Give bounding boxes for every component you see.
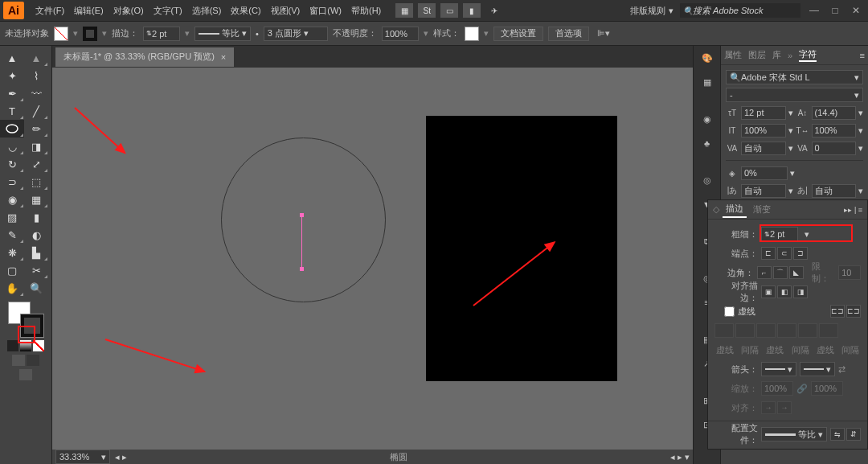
blend-tool[interactable]: ◐ xyxy=(24,226,48,244)
stroke-swatch[interactable] xyxy=(83,27,97,41)
stroke-weight-field[interactable]: ⇅2 pt xyxy=(761,227,798,241)
align-center-button[interactable]: ▣ xyxy=(761,285,776,298)
stock-icon[interactable]: St xyxy=(418,3,436,18)
leading-input[interactable]: (14.4) xyxy=(812,106,857,120)
brushes-icon[interactable]: ◉ xyxy=(698,110,716,128)
shaper-tool[interactable]: ◡ xyxy=(0,138,24,155)
align-inside-button[interactable]: ◧ xyxy=(777,285,792,298)
kerning-input[interactable]: 自动 xyxy=(741,142,786,155)
cap-round-button[interactable]: ⊂ xyxy=(777,247,792,260)
hand-tool[interactable]: ✋ xyxy=(0,279,24,297)
screen-mode-button[interactable] xyxy=(19,369,32,380)
tracking-input[interactable]: 0 xyxy=(812,142,857,155)
draw-behind-button[interactable] xyxy=(27,355,39,366)
font-size-input[interactable]: 12 pt xyxy=(741,106,786,120)
align-icon[interactable]: ⊫▾ xyxy=(597,28,610,39)
tab-character[interactable]: 字符 xyxy=(799,48,817,62)
slice-tool[interactable]: ✂ xyxy=(24,261,48,279)
perspective-tool[interactable]: ▦ xyxy=(24,191,48,208)
lasso-tool[interactable]: ⌇ xyxy=(24,67,48,84)
arrowhead-end-select[interactable]: ▾ xyxy=(800,362,835,376)
corner-round-button[interactable]: ⌒ xyxy=(773,266,788,279)
doc-setup-button[interactable]: 文档设置 xyxy=(493,27,543,41)
direct-selection-tool[interactable]: ▲ xyxy=(24,49,48,67)
menu-help[interactable]: 帮助(H) xyxy=(346,5,386,17)
swatches-icon[interactable]: ▦ xyxy=(698,73,716,91)
opacity-input[interactable]: 100% xyxy=(382,27,419,41)
gradient-tool[interactable]: ▮ xyxy=(24,208,48,226)
vscale-input[interactable]: 100% xyxy=(741,124,786,138)
menu-select[interactable]: 选择(S) xyxy=(187,5,227,17)
width-tool[interactable]: ⊃ xyxy=(0,173,24,191)
cap-square-button[interactable]: ⊐ xyxy=(793,247,808,260)
gpu-icon[interactable]: ▮ xyxy=(463,3,481,18)
prefs-button[interactable]: 首选项 xyxy=(548,27,589,41)
none-mode-button[interactable] xyxy=(33,340,44,351)
curvature-tool[interactable]: 〰 xyxy=(24,84,48,102)
scale-tool[interactable]: ⤢ xyxy=(24,155,48,173)
cap-butt-button[interactable]: ⊏ xyxy=(761,247,776,260)
stroke-icon[interactable]: ◎ xyxy=(698,171,716,189)
symbols-icon[interactable]: ♣ xyxy=(698,134,716,152)
fill-swatch[interactable] xyxy=(54,27,68,41)
close-tab-icon[interactable]: × xyxy=(221,52,226,62)
tab-properties[interactable]: 属性 xyxy=(724,49,742,61)
zoom-tool[interactable]: 🔍 xyxy=(24,279,48,297)
paintbrush-tool[interactable]: ✏ xyxy=(24,120,48,138)
brush-select[interactable]: 3 点圆形▾ xyxy=(264,27,328,41)
profile-select[interactable]: 等比▾ xyxy=(194,27,251,41)
menu-view[interactable]: 视图(V) xyxy=(266,5,305,17)
tab-gradient[interactable]: 渐变 xyxy=(750,202,774,217)
free-transform-tool[interactable]: ⬚ xyxy=(24,173,48,191)
font-family-select[interactable]: 🔍Adobe 宋体 Std L▾ xyxy=(726,70,863,84)
align-outside-button[interactable]: ◨ xyxy=(793,285,808,298)
magic-wand-tool[interactable]: ✦ xyxy=(0,67,24,84)
line-tool[interactable]: ╱ xyxy=(24,102,48,120)
workspace-dropdown[interactable]: 排版规则▾ xyxy=(630,5,674,17)
menu-edit[interactable]: 编辑(E) xyxy=(69,5,108,17)
eraser-tool[interactable]: ◨ xyxy=(24,138,48,155)
corner-miter-button[interactable]: ⌐ xyxy=(757,266,772,279)
style-swatch[interactable] xyxy=(465,27,479,41)
ellipse-tool[interactable] xyxy=(0,120,24,138)
search-input[interactable]: 🔍 搜索 Adobe Stock xyxy=(680,3,800,18)
maximize-button[interactable]: □ xyxy=(828,5,842,16)
draw-normal-button[interactable] xyxy=(12,355,25,366)
graph-tool[interactable]: ▙ xyxy=(24,244,48,261)
rotate-tool[interactable]: ↻ xyxy=(0,155,24,173)
color-mode-button[interactable] xyxy=(7,340,18,351)
mesh-tool[interactable]: ▨ xyxy=(0,208,24,226)
font-style-select[interactable]: -▾ xyxy=(726,88,863,102)
type-tool[interactable]: T xyxy=(0,102,24,120)
menu-window[interactable]: 窗口(W) xyxy=(305,5,346,17)
corner-bevel-button[interactable]: ◣ xyxy=(789,266,804,279)
dashed-checkbox[interactable] xyxy=(724,306,735,317)
feedback-icon[interactable]: ✈ xyxy=(485,3,503,18)
minimize-button[interactable]: — xyxy=(807,5,821,16)
zoom-select[interactable]: 33.33%▾ xyxy=(55,450,110,464)
menu-object[interactable]: 对象(O) xyxy=(108,5,149,17)
eyedropper-tool[interactable]: ✎ xyxy=(0,226,24,244)
document-tab[interactable]: 未标题-1* @ 33.33% (RGB/GPU 预览)× xyxy=(55,47,234,67)
menu-type[interactable]: 文字(T) xyxy=(149,5,187,17)
profile-select-panel[interactable]: 等比▾ xyxy=(761,427,827,441)
pen-tool[interactable]: ✒ xyxy=(0,84,24,102)
color-icon[interactable]: 🎨 xyxy=(698,49,716,67)
tab-stroke[interactable]: 描边 xyxy=(723,201,747,218)
stroke-weight-input[interactable]: ⇅2 pt xyxy=(143,27,180,41)
artboard-tool[interactable]: ▢ xyxy=(0,261,24,279)
symbol-sprayer-tool[interactable]: ❋ xyxy=(0,244,24,261)
canvas[interactable] xyxy=(52,68,693,450)
menu-file[interactable]: 文件(F) xyxy=(31,5,69,17)
ellipse-object[interactable] xyxy=(221,138,386,302)
hscale-input[interactable]: 100% xyxy=(812,124,857,138)
fill-stroke-control[interactable] xyxy=(8,302,43,337)
bridge-icon[interactable]: ▦ xyxy=(395,3,413,18)
menu-effect[interactable]: 效果(C) xyxy=(226,5,265,17)
shape-builder-tool[interactable]: ◉ xyxy=(0,191,24,208)
close-button[interactable]: ✕ xyxy=(849,5,863,16)
gradient-mode-button[interactable] xyxy=(20,340,31,351)
tab-libraries[interactable]: 库 xyxy=(772,49,781,61)
selection-tool[interactable]: ▲ xyxy=(0,49,24,67)
arrange-icon[interactable]: ▭ xyxy=(440,3,458,18)
